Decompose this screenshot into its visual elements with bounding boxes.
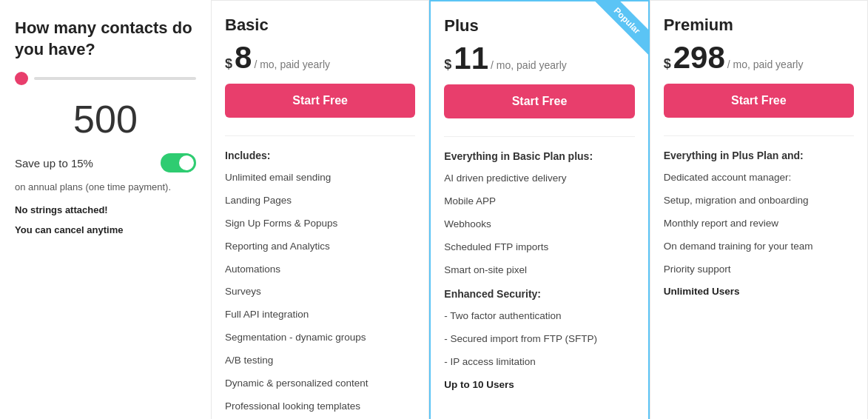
feature-item: Scheduled FTP imports [444, 238, 634, 257]
feature-item: Priority support [664, 261, 854, 279]
premium-divider [664, 135, 854, 136]
premium-price-number: 298 [673, 42, 725, 73]
feature-item: Sign Up Forms & Popups [225, 215, 415, 233]
plus-divider [444, 136, 634, 137]
feature-item: Automations [225, 261, 415, 279]
plus-section-header: Everything in Basic Plan plus: [444, 150, 634, 162]
premium-price-dollar: $ [664, 56, 671, 72]
basic-start-button[interactable]: Start Free [225, 84, 415, 118]
feature-item: Landing Pages [225, 192, 415, 210]
premium-price-row: $ 298 / mo, paid yearly [664, 42, 854, 73]
plus-price-row: $ 11 / mo, paid yearly [444, 43, 634, 74]
plus-card: Popular Plus $ 11 / mo, paid yearly Star… [429, 0, 649, 419]
feature-item: Reporting and Analytics [225, 238, 415, 256]
annual-toggle[interactable] [161, 153, 196, 172]
premium-title: Premium [664, 16, 854, 35]
pricing-cards: Basic $ 8 / mo, paid yearly Start Free I… [211, 0, 868, 419]
premium-price-period: / mo, paid yearly [727, 58, 804, 70]
feature-item: AI driven predictive delivery [444, 170, 634, 188]
basic-title: Basic [225, 16, 415, 35]
plus-price-dollar: $ [444, 57, 451, 73]
slider-container[interactable] [15, 72, 196, 85]
save-row: Save up to 15% [15, 153, 196, 172]
feature-item: On demand training for your team [664, 238, 854, 256]
feature-item: Setup, migration and onboarding [664, 192, 854, 210]
annual-note: on annual plans (one time payment). [15, 181, 196, 192]
feature-item: Webhooks [444, 215, 634, 234]
left-panel: How many contacts do you have? 500 Save … [0, 0, 211, 419]
basic-price-dollar: $ [225, 56, 232, 72]
save-label: Save up to 15% [15, 157, 93, 170]
plus-title: Plus [444, 16, 634, 36]
plus-start-button[interactable]: Start Free [444, 84, 634, 118]
feature-item: - Two factor authentication [444, 307, 634, 326]
feature-item: - Secured import from FTP (SFTP) [444, 330, 634, 349]
feature-item: Mobile APP [444, 192, 634, 211]
slider-handle[interactable] [15, 72, 28, 85]
feature-item: Dynamic & personalized content [225, 375, 415, 393]
feature-item: Dedicated account manager: [664, 169, 854, 187]
basic-card: Basic $ 8 / mo, paid yearly Start Free I… [211, 0, 429, 419]
feature-item: - IP access limitation [444, 353, 634, 372]
basic-section-header: Includes: [225, 150, 415, 161]
plus-price-period: / mo, paid yearly [491, 59, 567, 71]
feature-item: Smart on-site pixel [444, 261, 634, 280]
no-strings-text: No strings attached! [15, 204, 196, 215]
feature-item: Professional looking templates [225, 398, 415, 416]
basic-divider [225, 135, 415, 136]
premium-section-header: Everything in Plus Plan and: [664, 150, 854, 161]
feature-item: Monthly report and review [664, 215, 854, 233]
cancel-note: You can cancel anytime [15, 224, 196, 235]
basic-price-number: 8 [235, 42, 252, 73]
feature-item: Full API integration [225, 306, 415, 324]
plus-security-header: Enhanced Security: [444, 288, 634, 300]
slider-track [34, 77, 196, 80]
feature-item: Segmentation - dynamic groups [225, 329, 415, 347]
premium-start-button[interactable]: Start Free [664, 84, 854, 118]
contact-count-value: 500 [15, 97, 196, 141]
plus-users-label: Up to 10 Users [444, 376, 634, 395]
plus-price-number: 11 [454, 43, 488, 74]
feature-item: A/B testing [225, 352, 415, 370]
premium-card: Premium $ 298 / mo, paid yearly Start Fr… [650, 0, 868, 419]
basic-price-row: $ 8 / mo, paid yearly [225, 42, 415, 73]
feature-item: Surveys [225, 283, 415, 301]
contacts-question: How many contacts do you have? [15, 18, 196, 60]
basic-price-period: / mo, paid yearly [254, 58, 330, 70]
feature-item: Unlimited email sending [225, 169, 415, 187]
premium-users-label: Unlimited Users [664, 283, 854, 301]
